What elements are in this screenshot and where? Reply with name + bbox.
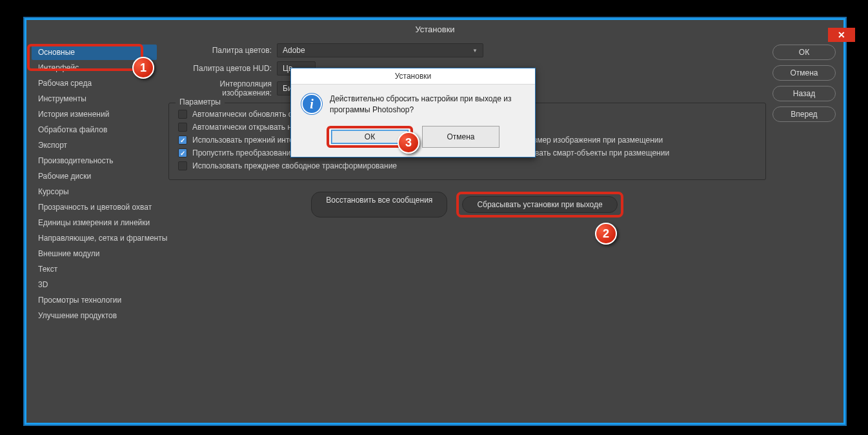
checkbox-skip-transform[interactable]: ✓ (178, 148, 187, 157)
annotation-badge-2: 2 (595, 223, 617, 245)
close-icon: ✕ (838, 30, 845, 40)
chevron-down-icon: ▼ (472, 48, 478, 54)
back-button[interactable]: Назад (772, 86, 836, 101)
sidebar-item-transparency[interactable]: Прозрачность и цветовой охват (32, 199, 157, 215)
sidebar-item-text[interactable]: Текст (32, 261, 157, 277)
interp-label: Интерполяция изображения: (168, 79, 277, 97)
titlebar: Установки ✕ (26, 20, 843, 38)
dialog-ok-button[interactable]: ОК (331, 130, 409, 144)
restore-messages-button[interactable]: Восстановить все сообщения (311, 192, 447, 218)
ok-button[interactable]: ОК (772, 45, 836, 60)
sidebar: Основные Интерфейс Рабочая среда Инструм… (29, 42, 159, 423)
sidebar-item-guides[interactable]: Направляющие, сетка и фрагменты (32, 230, 157, 246)
checkbox-auto-update[interactable] (178, 110, 187, 119)
checkbox-legacy-newdoc[interactable]: ✓ (178, 136, 187, 145)
color-picker-label: Палитра цветов: (168, 46, 277, 55)
sidebar-item-export[interactable]: Экспорт (32, 137, 157, 153)
annotation-badge-1: 1 (132, 57, 154, 79)
info-icon: i (301, 94, 322, 114)
sidebar-item-filehandling[interactable]: Обработка файлов (32, 122, 157, 137)
dialog-text: Действительно сбросить настройки при вых… (330, 94, 523, 116)
sidebar-item-workspace[interactable]: Рабочая среда (32, 76, 157, 91)
cancel-button[interactable]: Отмена (772, 65, 836, 81)
annotation-highlight-2: Сбрасывать установки при выходе (456, 192, 623, 218)
color-picker-select[interactable]: Adobe ▼ (277, 43, 483, 57)
dialog-buttons-panel: ОК Отмена Назад Вперед (772, 42, 843, 423)
window-close-button[interactable]: ✕ (828, 28, 855, 42)
sidebar-item-scratch[interactable]: Рабочие диски (32, 168, 157, 184)
check-label: Автоматически открывать нач (192, 123, 300, 132)
check-label: Использовать прежднее свободное трансфор… (192, 161, 397, 170)
sidebar-item-cursors[interactable]: Курсоры (32, 184, 157, 199)
sidebar-item-3d[interactable]: 3D (32, 277, 157, 292)
sidebar-item-techpreview[interactable]: Просмотры технологии (32, 292, 157, 308)
hud-picker-label: Палитра цветов HUD: (168, 64, 277, 73)
forward-button[interactable]: Вперед (772, 106, 836, 122)
sidebar-item-product[interactable]: Улучшение продуктов (32, 308, 157, 323)
color-picker-value: Adobe (283, 46, 305, 55)
sidebar-item-plugins[interactable]: Внешние модули (32, 246, 157, 261)
window-title: Установки (415, 25, 454, 34)
check-label: Автоматически обновлять откр (192, 110, 304, 119)
reset-on-exit-button[interactable]: Сбрасывать установки при выходе (462, 196, 617, 213)
checkbox-legacy-transform[interactable] (178, 161, 187, 170)
checkbox-auto-open[interactable] (178, 123, 187, 132)
annotation-badge-3: 3 (398, 132, 419, 154)
sidebar-item-performance[interactable]: Производительность (32, 153, 157, 168)
dialog-title: Установки (291, 68, 535, 85)
sidebar-item-units[interactable]: Единицы измерения и линейки (32, 215, 157, 230)
dialog-cancel-button[interactable]: Отмена (422, 126, 500, 148)
sidebar-item-tools[interactable]: Инструменты (32, 91, 157, 106)
options-legend: Параметры (176, 97, 225, 106)
sidebar-item-history[interactable]: История изменений (32, 106, 157, 122)
